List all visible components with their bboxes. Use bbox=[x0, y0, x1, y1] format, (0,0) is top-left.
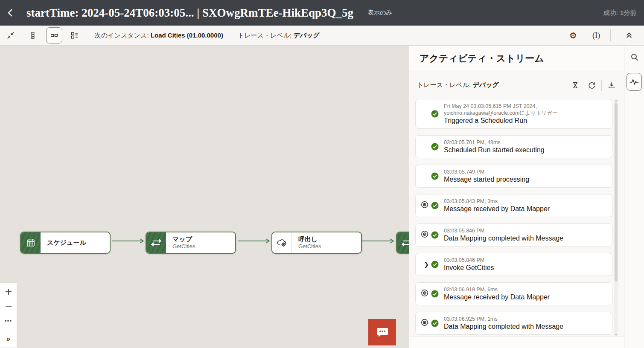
canvas-toolbar: 次のインスタンス: Load Cities (01.00.0000) トレース・… bbox=[0, 26, 644, 46]
back-button[interactable] bbox=[0, 0, 20, 26]
scroll-down-arrow[interactable]: ▼ bbox=[614, 333, 618, 336]
success-check-icon bbox=[431, 172, 439, 180]
event-meta: 03:03:05.843 PM, 3ms bbox=[444, 198, 550, 205]
event-icon-group: ❯ bbox=[416, 261, 439, 268]
refresh-icon[interactable] bbox=[585, 79, 598, 92]
success-check-icon bbox=[431, 231, 439, 239]
event-icon-group: ❯ bbox=[416, 230, 439, 240]
search-icon[interactable] bbox=[624, 47, 644, 67]
activity-event-card[interactable]: ❯ 03:03:05.846 PM Data Mapping completed… bbox=[415, 223, 612, 246]
event-title: Invoke GetCities bbox=[444, 264, 494, 272]
zoom-panel-divider bbox=[0, 330, 17, 330]
scroll-up-arrow[interactable]: ▲ bbox=[614, 99, 618, 102]
event-title: Triggered a Scheduled Run bbox=[444, 116, 558, 125]
tree-view-icon[interactable] bbox=[67, 27, 83, 44]
event-title: Message started processing bbox=[444, 175, 529, 184]
panel-toolbar-divider bbox=[601, 80, 602, 91]
flow-node-map-getcities[interactable]: マップ GetCities bbox=[146, 232, 236, 254]
event-body: 03:03:05.843 PM, 3ms Message received by… bbox=[444, 198, 550, 213]
flow-node-schedule[interactable]: スケジュール bbox=[20, 232, 111, 254]
collapse-toolbar-icon[interactable] bbox=[621, 27, 637, 44]
flow-node-invoke-getcities[interactable]: 呼出し GetCities bbox=[271, 232, 362, 254]
event-title: Message received by Data Mapper bbox=[444, 205, 550, 213]
flow-connector bbox=[362, 238, 395, 246]
view-payload-eye-icon[interactable] bbox=[420, 200, 429, 211]
event-body: 03:03:05.846 PM Data Mapping completed w… bbox=[444, 227, 563, 243]
zoom-in-button[interactable] bbox=[0, 284, 17, 299]
activity-event-card[interactable]: ❯ 03:03:05.846 PM Invoke GetCities bbox=[415, 253, 612, 276]
activity-scrollbar[interactable]: ▲ ▼ bbox=[614, 99, 618, 336]
event-icon-group: ❯ bbox=[416, 200, 439, 211]
event-icon-group: ❯ bbox=[416, 172, 439, 180]
horizontal-layout-icon[interactable] bbox=[46, 27, 62, 44]
chat-bubble-icon bbox=[376, 326, 389, 338]
activity-event-card[interactable]: ❯ 03:03:06.919 PM, 6ms Message received … bbox=[415, 282, 612, 305]
settings-gear-icon[interactable]: ⚙ bbox=[565, 27, 581, 44]
activity-event-card[interactable]: ❯ Fri May 24 03:03:05.615 PM JST 2024,yo… bbox=[415, 99, 612, 129]
activity-panel-footer bbox=[409, 336, 624, 348]
zoom-to-fit-icon[interactable] bbox=[3, 27, 19, 44]
event-body: 03:03:05.701 PM, 48ms Scheduled Run star… bbox=[444, 139, 545, 154]
download-icon[interactable] bbox=[605, 79, 618, 92]
event-title: Data Mapping completed with Message bbox=[444, 234, 563, 243]
event-meta: 03:03:05.749 PM bbox=[444, 168, 529, 175]
success-check-icon bbox=[431, 143, 439, 151]
zoom-out-button[interactable] bbox=[0, 299, 17, 313]
activity-stream-toolbar: トレース・レベル: デバッグ bbox=[409, 71, 624, 99]
calendar-icon bbox=[21, 232, 41, 253]
zoom-controls: ⋯ » bbox=[0, 282, 17, 348]
success-check-icon bbox=[431, 319, 439, 327]
node-title: スケジュール bbox=[47, 239, 110, 246]
activity-stream-panel: アクティビティ・ストリーム トレース・レベル: デバッグ ❯ bbox=[409, 46, 624, 348]
success-check-icon bbox=[431, 202, 439, 209]
more-options-button[interactable]: ⋯ bbox=[0, 313, 17, 328]
event-meta: 03:03:05.846 PM bbox=[444, 227, 563, 234]
activity-stream-toggle-button[interactable] bbox=[627, 73, 642, 91]
view-payload-eye-icon[interactable] bbox=[420, 289, 429, 299]
event-icon-group: ❯ bbox=[416, 318, 439, 328]
toolbar-divider bbox=[610, 29, 611, 41]
activity-event-card[interactable]: ❯ 03:03:05.843 PM, 3ms Message received … bbox=[415, 194, 612, 217]
right-rail bbox=[624, 46, 644, 348]
app-header: startTime: 2024-05-24T06:03:05... | SXOw… bbox=[0, 0, 644, 26]
panel-trace-level-value: デバッグ bbox=[472, 81, 498, 88]
next-instance-value: Load Cities (01.00.0000) bbox=[151, 32, 223, 39]
activity-event-card[interactable]: ❯ 03:03:05.749 PM Message started proces… bbox=[415, 165, 612, 188]
node-subtitle: GetCities bbox=[298, 243, 361, 250]
view-payload-eye-icon[interactable] bbox=[420, 318, 429, 328]
event-meta: 03:03:06.925 PM, 1ms bbox=[444, 316, 563, 322]
success-check-icon bbox=[431, 261, 439, 268]
activity-stream-title: アクティビティ・ストリーム bbox=[420, 52, 544, 65]
event-icon-group: ❯ bbox=[416, 110, 439, 118]
duration-hourglass-icon[interactable] bbox=[569, 79, 582, 92]
instance-info-icon[interactable]: (I) bbox=[592, 31, 600, 40]
activity-event-card[interactable]: ❯ 03:03:05.701 PM, 48ms Scheduled Run st… bbox=[415, 135, 612, 158]
activity-stream-header: アクティビティ・ストリーム bbox=[409, 46, 624, 71]
node-title: 呼出し bbox=[298, 235, 361, 243]
trace-level-value: デバッグ bbox=[293, 32, 319, 39]
success-check-icon bbox=[431, 110, 439, 118]
event-body: 03:03:05.749 PM Message started processi… bbox=[444, 168, 529, 184]
success-check-icon bbox=[431, 290, 439, 298]
vertical-layout-icon[interactable] bbox=[25, 27, 41, 44]
scrollbar-thumb[interactable] bbox=[615, 103, 618, 281]
event-body: Fri May 24 03:03:05.615 PM JST 2024,yoic… bbox=[444, 103, 558, 125]
event-icon-group: ❯ bbox=[416, 289, 439, 299]
view-payload-eye-icon[interactable] bbox=[420, 230, 429, 240]
event-meta: Fri May 24 03:03:05.615 PM JST 2024,yoic… bbox=[444, 103, 558, 116]
event-icon-group: ❯ bbox=[416, 143, 439, 151]
expand-panel-button[interactable]: » bbox=[0, 332, 17, 346]
trace-level-label: トレース・レベル: bbox=[238, 32, 291, 39]
pulse-icon bbox=[629, 78, 639, 85]
feedback-chat-button[interactable] bbox=[368, 319, 396, 345]
flow-connector bbox=[238, 238, 271, 246]
page-title: startTime: 2024-05-24T06:03:05... | SXOw… bbox=[26, 6, 353, 20]
status-badge: 成功: 1分前 bbox=[603, 9, 636, 17]
next-instance-label: 次のインスタンス: bbox=[95, 32, 149, 39]
event-title: Scheduled Run started executing bbox=[444, 146, 545, 154]
trace-level-text: トレース・レベル: デバッグ bbox=[238, 32, 320, 40]
panel-trace-level-label: トレース・レベル: bbox=[417, 81, 471, 88]
event-meta: 03:03:05.701 PM, 48ms bbox=[444, 139, 545, 146]
expand-chevron-icon[interactable]: ❯ bbox=[424, 261, 429, 268]
activity-event-card[interactable]: ❯ 03:03:06.925 PM, 1ms Data Mapping comp… bbox=[415, 312, 612, 335]
